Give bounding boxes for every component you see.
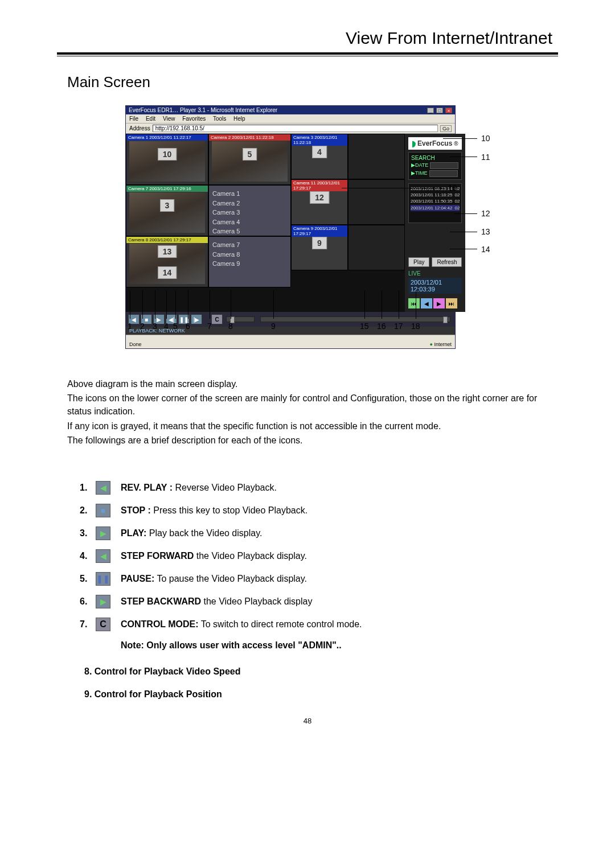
camera-title: Camera 7 2003/12/01 17:29:16 <box>126 186 208 192</box>
para-line: If any icon is grayed, it means that the… <box>67 419 548 433</box>
camera-list-item[interactable]: Camera 7 <box>212 240 287 250</box>
legend-row: 6. ▶ STEP BACKWARD the Video Playback di… <box>80 595 558 608</box>
search-time-input[interactable] <box>429 170 458 177</box>
callout-4: 4 <box>164 322 169 331</box>
camera-title: Camera 9 2003/12/01 17:29:17 <box>292 225 347 237</box>
camera-tile[interactable]: Camera 11 2003/12/01 17:29:17 12 <box>291 179 348 225</box>
section-title: Main Screen <box>67 73 558 91</box>
search-date-input[interactable] <box>430 162 458 169</box>
right-column: Camera 3 2003/12/01 11:22:18 4 Camera 11… <box>291 134 405 312</box>
stop-icon: ■ <box>96 504 110 517</box>
legend-row: 2. ■ STOP : Press this key to stop Video… <box>80 504 558 517</box>
left-cam-grid: Camera 1 2003/12/01 11:22:17 10 Camera 2… <box>126 134 291 312</box>
callout-7: 7 <box>207 322 212 331</box>
menu-file[interactable]: File <box>129 116 138 122</box>
legend-num: 4. <box>80 551 96 561</box>
callout-11: 11 <box>481 153 490 162</box>
camera-list-item[interactable]: Camera 8 <box>212 250 287 260</box>
callout-5: 5 <box>173 322 178 331</box>
camera-tile[interactable]: Camera 7 2003/12/01 17:29:16 3 <box>126 185 208 236</box>
rev-play-icon: ◀ <box>96 481 110 495</box>
live-label: LIVE <box>408 270 462 277</box>
camera-tile[interactable]: Camera 1 Camera 2 Camera 3 Camera 4 Came… <box>208 185 291 236</box>
window-buttons: _ □ × <box>427 107 452 113</box>
legend-row: 4. ◀ STEP FORWARD the Video Playback dis… <box>80 549 558 563</box>
address-bar: Address http://192.168.10.5/ Go <box>126 124 455 134</box>
header-rule-thin <box>57 56 558 56</box>
balloon-14: 14 <box>158 266 177 279</box>
log-row[interactable]: 2003/12/01 11:18:2502 <box>411 192 460 198</box>
camera-list-item[interactable]: Camera 3 <box>212 208 287 217</box>
play-icon: ▶ <box>96 526 110 540</box>
menu-view[interactable]: View <box>163 116 175 122</box>
logo-text: EverFocus <box>417 139 452 147</box>
side-panel: ◗ EverFocus® SEARCH ▶DATE ▶TIME <box>405 134 465 312</box>
camera-tile[interactable]: Camera 1 2003/12/01 11:22:17 10 <box>126 134 208 185</box>
minimize-icon[interactable]: _ <box>427 108 434 113</box>
callout-8: 8 <box>228 322 233 331</box>
menu-help[interactable]: Help <box>233 116 245 122</box>
callout-3: 3 <box>153 322 157 331</box>
menu-edit[interactable]: Edit <box>146 116 155 122</box>
camera-tile[interactable]: Camera 2 2003/12/01 11:22:18 5 <box>208 134 291 185</box>
admin-note: Note: Only allows user with access level… <box>121 640 558 651</box>
browser-menubar: File Edit View Favorites Tools Help <box>126 114 455 124</box>
camera-tile[interactable]: Camera 3 2003/12/01 11:22:18 4 <box>291 134 348 179</box>
menu-favorites[interactable]: Favorites <box>182 116 206 122</box>
legend-num: 2. <box>80 505 96 516</box>
address-value[interactable]: http://192.168.10.5/ <box>153 125 438 132</box>
callout-2: 2 <box>140 322 145 331</box>
step-backward-icon: ▶ <box>96 595 110 608</box>
camera-tile[interactable]: Camera 8 2003/12/01 17:29:17 13 14 <box>126 236 208 287</box>
callout-10: 10 <box>481 134 490 143</box>
refresh-button[interactable]: Refresh <box>432 257 462 267</box>
everfocus-logo: ◗ EverFocus® <box>408 137 462 150</box>
plain-legend-list: 8. Control for Playback Video Speed 9. C… <box>84 667 558 700</box>
camera-list-item[interactable]: Camera 1 <box>212 189 287 199</box>
legend-row-8: 8. Control for Playback Video Speed <box>84 667 558 677</box>
balloon-13: 13 <box>158 245 177 258</box>
callout-19: 19 <box>448 183 457 192</box>
camera-list-item[interactable]: Camera 2 <box>212 199 287 208</box>
camera-list-item[interactable]: Camera 5 <box>212 227 287 236</box>
balloon-3: 3 <box>160 199 175 212</box>
play-button[interactable]: Play <box>408 257 429 267</box>
callout-1: 1 <box>128 322 132 331</box>
main-screen-diagram: EverFocus EDR1… Player 3.1 - Microsoft I… <box>125 105 490 349</box>
camera-title: Camera 3 2003/12/01 11:22:18 <box>292 134 347 146</box>
address-label: Address <box>129 125 150 131</box>
log-row[interactable]: 2003/12/01 12:04:4202 <box>411 205 460 211</box>
log-row[interactable]: 2003/12/01 11:50:3502 <box>411 198 460 204</box>
camera-list-item[interactable]: Camera 9 <box>212 259 287 269</box>
callout-6: 6 <box>186 322 190 331</box>
balloon-10: 10 <box>158 148 177 161</box>
callout-18: 18 <box>411 322 420 331</box>
callout-14: 14 <box>481 245 490 254</box>
camera-tile[interactable]: Camera 9 2003/12/01 17:29:17 9 <box>291 225 348 270</box>
camera-title: Camera 8 2003/12/01 17:29:17 <box>126 237 208 243</box>
callout-17: 17 <box>394 322 403 331</box>
logo-icon: ◗ <box>412 139 416 148</box>
description-paragraph: Above diagram is the main screen display… <box>67 377 548 447</box>
callout-12: 12 <box>481 209 490 218</box>
legend-row: 3. ▶ PLAY: Play back the Video display. <box>80 526 558 540</box>
scrollbar-bottom[interactable] <box>126 335 455 340</box>
maximize-icon[interactable]: □ <box>436 108 443 113</box>
camera-tile[interactable]: Camera 7 Camera 8 Camera 9 <box>208 236 291 287</box>
viewer-area: Camera 1 2003/12/01 11:22:17 10 Camera 2… <box>126 134 455 312</box>
legend-num: 6. <box>80 597 96 607</box>
pause-icon: ❚❚ <box>96 572 110 586</box>
go-button[interactable]: Go <box>440 125 452 132</box>
legend-num: 3. <box>80 528 96 538</box>
camera-list: Camera 1 Camera 2 Camera 3 Camera 4 Came… <box>209 186 290 236</box>
camera-title: Camera 2 2003/12/01 11:22:18 <box>209 134 290 141</box>
callout-16: 16 <box>377 322 386 331</box>
menu-tools[interactable]: Tools <box>213 116 226 122</box>
camera-list-item[interactable]: Camera 4 <box>212 217 287 227</box>
legend-row-9: 9. Control for Playback Position <box>84 689 558 700</box>
legend-row: 1. ◀ REV. PLAY : Reverse Video Playback. <box>80 481 558 495</box>
close-icon[interactable]: × <box>445 108 452 113</box>
icon-legend-list: 1. ◀ REV. PLAY : Reverse Video Playback.… <box>80 481 558 651</box>
camera-title: Camera 11 2003/12/01 17:29:17 <box>292 180 347 191</box>
camera-title: Camera 1 2003/12/01 11:22:17 <box>126 134 208 141</box>
